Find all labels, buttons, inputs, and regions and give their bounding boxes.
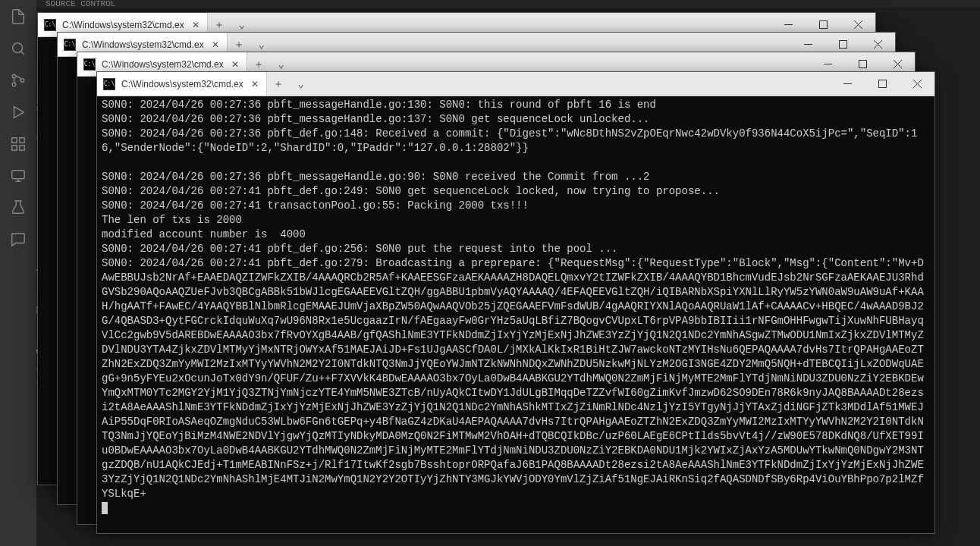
vscode-bottom-code: 40 func NewGoodApiProxy() *GoodApiProxy … [36,534,980,546]
terminal-tab[interactable]: C:\ C:\Windows\system32\cmd.ex ✕ [97,72,267,96]
terminal-titlebar[interactable]: C:\ C:\Windows\system32\cmd.ex ✕ ＋ ⌄ [97,72,934,96]
svg-marker-4 [14,107,24,118]
svg-rect-8 [20,146,24,150]
files-icon[interactable] [9,8,27,26]
svg-rect-12 [859,61,866,68]
source-control-icon[interactable] [9,71,27,89]
close-tab-icon[interactable]: ✕ [250,79,260,89]
terminal-tab-title: C:\Windows\system32\cmd.ex [121,79,243,89]
new-tab-button[interactable]: ＋ [267,73,290,96]
terminal-tab-title: C:\Windows\system32\cmd.ex [102,59,224,70]
comment-icon[interactable] [9,231,27,249]
extensions-icon[interactable] [9,135,27,153]
svg-rect-7 [12,146,17,150]
svg-rect-6 [20,138,24,143]
minimize-button[interactable] [830,72,865,96]
vscode-tabbar: SOURCE CONTROL [36,0,980,8]
terminal-tab-title: C:\Windows\system32\cmd.ex [82,39,204,50]
svg-rect-9 [12,171,25,179]
svg-rect-5 [12,138,17,143]
close-tab-icon[interactable]: ✕ [230,59,240,70]
vscode-activity-bar [0,0,36,546]
svg-rect-10 [819,21,827,29]
cmd-icon: C:\ [103,78,115,90]
search-icon[interactable] [9,39,27,58]
svg-point-2 [12,83,16,86]
terminal-window-4[interactable]: C:\ C:\Windows\system32\cmd.ex ✕ ＋ ⌄ S0N… [96,71,935,534]
close-tab-icon[interactable]: ✕ [210,39,221,50]
close-window-button[interactable] [900,72,934,96]
source-control-label: SOURCE CONTROL [46,0,115,8]
svg-rect-13 [878,80,886,88]
cmd-icon: C:\ [44,19,56,31]
cmd-icon: C:\ [83,58,96,71]
cmd-icon: C:\ [64,39,76,51]
svg-rect-11 [839,41,847,49]
svg-point-3 [20,79,24,83]
svg-point-0 [13,43,23,53]
terminal-body[interactable]: S0N0: 2024/04/26 00:27:36 pbft_messageHa… [97,96,934,533]
testing-icon[interactable] [9,199,27,217]
run-debug-icon[interactable] [9,103,27,121]
remote-icon[interactable] [9,167,27,185]
cursor [102,502,108,514]
terminal-tab-title: C:\Windows\system32\cmd.ex [62,20,184,30]
close-tab-icon[interactable]: ✕ [190,20,201,30]
svg-point-1 [12,74,16,78]
maximize-button[interactable] [865,72,900,96]
tab-dropdown-icon[interactable]: ⌄ [290,73,313,96]
